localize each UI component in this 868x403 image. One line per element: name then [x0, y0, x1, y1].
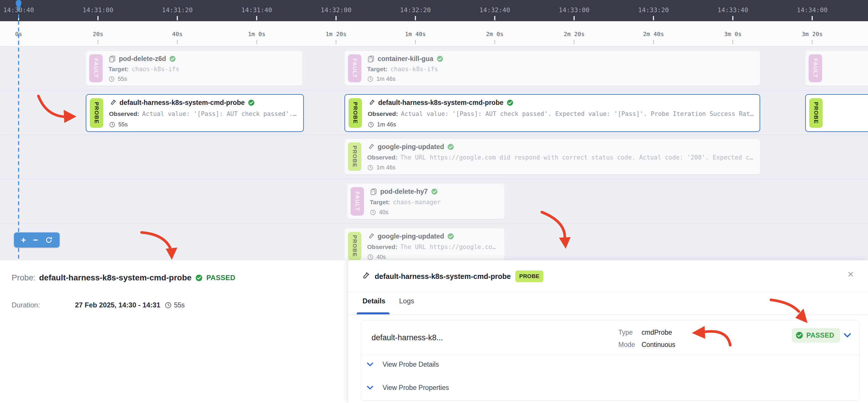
clock-icon	[368, 122, 374, 128]
offset-tick	[812, 40, 813, 44]
fault-badge: FAULT	[89, 54, 103, 82]
probe-card-cmd-probe-2[interactable]: PROBE default-harness-k8s-system-cmd-pro…	[344, 94, 760, 132]
clock-tick-label: 14:32:20	[400, 6, 431, 14]
tabs-divider	[348, 314, 868, 315]
probe-badge: PROBE	[809, 98, 823, 128]
clock-tick	[336, 16, 337, 20]
card-duration: 1m 46s	[376, 164, 396, 171]
target-value: chaos-k8s-ifs	[391, 66, 438, 73]
success-check-icon	[169, 55, 176, 63]
fault-card-pod-delete-z6d[interactable]: FAULT pod-delete-z6d Target:chaos-k8s-if…	[86, 51, 302, 86]
offset-ruler: 0s20s40s1m 0s1m 20s1m 40s2m 0s2m 20s2m 4…	[0, 21, 868, 46]
passed-status-pill: PASSED	[792, 328, 840, 342]
target-label: Target:	[367, 66, 388, 73]
fault-card-pod-delete-hy7[interactable]: FAULT pod-delete-hy7 Target:chaos-manage…	[347, 183, 505, 219]
status-badge: PASSED	[207, 274, 236, 282]
offset-tick-label: 3m 20s	[802, 31, 823, 37]
card-duration: 40s	[379, 209, 389, 215]
duration-value: 27 Feb 2025, 14:30 - 14:31	[75, 301, 160, 309]
clock-icon	[367, 254, 374, 260]
fault-icon	[108, 55, 116, 63]
mode-label: Mode	[618, 341, 635, 349]
success-check-icon	[431, 188, 438, 195]
probe-name-truncated: default-harness-k8...	[372, 333, 443, 342]
offset-tick	[574, 40, 575, 44]
success-check-icon	[195, 274, 203, 282]
clock-tick	[732, 16, 734, 20]
fault-badge: FAULT	[809, 54, 822, 82]
offset-tick-label: 2m 20s	[564, 31, 585, 37]
clock-tick-label: 14:31:20	[162, 6, 193, 14]
probe-type-badge: PROBE	[516, 270, 543, 282]
view-probe-properties-link[interactable]: View Probe Properties	[366, 383, 449, 392]
offset-tick-label: 1m 40s	[405, 31, 426, 37]
probe-badge: PROBE	[348, 142, 361, 171]
passed-status-text: PASSED	[806, 332, 834, 339]
target-value: chaos-k8s-ifs	[132, 66, 179, 73]
fault-card-truncated[interactable]: FAULT	[805, 51, 868, 86]
fault-icon	[367, 55, 375, 63]
card-duration: 55s	[118, 121, 128, 128]
offset-tick	[336, 40, 337, 44]
card-title: default-harness-k8s-system-cmd-probe	[120, 99, 245, 107]
close-icon[interactable]: ✕	[847, 270, 854, 279]
clock-bar: 14:30:4014:31:0014:31:2014:31:4014:32:00…	[0, 0, 868, 21]
fault-card-container-kill-gua[interactable]: FAULT container-kill-gua Target:chaos-k8…	[344, 51, 760, 86]
clock-tick	[494, 16, 495, 20]
chevron-down-icon	[366, 383, 374, 392]
card-divider	[361, 355, 859, 355]
offset-tick-label: 2m 40s	[643, 31, 664, 37]
tab-logs[interactable]: Logs	[399, 297, 414, 305]
success-check-icon	[447, 233, 454, 240]
zoom-reset-button[interactable]	[45, 236, 53, 244]
view-probe-details-link[interactable]: View Probe Details	[366, 360, 439, 369]
chevron-down-icon[interactable]	[842, 330, 852, 340]
observed-label: Observed:	[368, 110, 398, 117]
card-duration: 40s	[376, 254, 386, 260]
probe-card-truncated[interactable]: PROBE	[805, 94, 868, 132]
observed-label: Observed:	[367, 154, 397, 161]
offset-tick-label: 1m 0s	[248, 31, 266, 37]
fault-badge: FAULT	[348, 54, 361, 82]
offset-tick-label: 2m 0s	[486, 31, 503, 37]
duration-seconds: 55s	[174, 301, 185, 309]
clock-icon	[164, 302, 172, 309]
type-value: cmdProbe	[642, 329, 672, 336]
fault-badge: FAULT	[350, 187, 364, 215]
clock-icon	[367, 164, 374, 171]
playhead-line	[18, 7, 19, 260]
type-label: Type	[618, 329, 633, 336]
probe-icon	[368, 99, 375, 107]
zoom-in-button[interactable]: +	[21, 236, 26, 244]
success-check-icon	[506, 99, 514, 106]
probe-icon	[361, 272, 370, 281]
playhead-pin[interactable]	[15, 0, 22, 10]
probe-detail-card: default-harness-k8... Type cmdProbe Mode…	[361, 320, 860, 400]
clock-icon	[367, 76, 374, 82]
offset-tick	[177, 40, 178, 44]
probe-icon	[367, 233, 375, 240]
tab-details[interactable]: Details	[363, 297, 385, 305]
offset-tick-label: 40s	[172, 31, 183, 37]
clock-tick	[177, 16, 178, 20]
panel-title: default-harness-k8s-system-cmd-probe	[375, 272, 511, 281]
probe-card-google-ping-2[interactable]: PROBE google-ping-updated Observed:The U…	[344, 228, 505, 264]
offset-tick	[653, 40, 654, 44]
offset-tick	[98, 40, 98, 44]
clock-icon	[370, 209, 376, 215]
zoom-out-button[interactable]: −	[33, 236, 38, 244]
card-duration: 1m 46s	[376, 75, 396, 82]
offset-tick-label: 3m 0s	[724, 31, 742, 37]
probe-label: Probe:	[12, 273, 36, 282]
card-title: container-kill-gua	[378, 55, 433, 63]
offset-tick	[494, 40, 495, 44]
offset-tick	[733, 40, 734, 44]
clock-tick	[256, 16, 257, 20]
target-label: Target:	[108, 66, 129, 73]
observed-label: Observed:	[367, 243, 397, 250]
observed-label: Observed:	[109, 110, 139, 117]
clock-tick-label: 14:31:40	[241, 6, 272, 14]
clock-icon	[109, 122, 115, 128]
probe-card-cmd-probe-1[interactable]: PROBE default-harness-k8s-system-cmd-pro…	[86, 94, 304, 132]
probe-card-google-ping-1[interactable]: PROBE google-ping-updated Observed:The U…	[344, 139, 760, 174]
